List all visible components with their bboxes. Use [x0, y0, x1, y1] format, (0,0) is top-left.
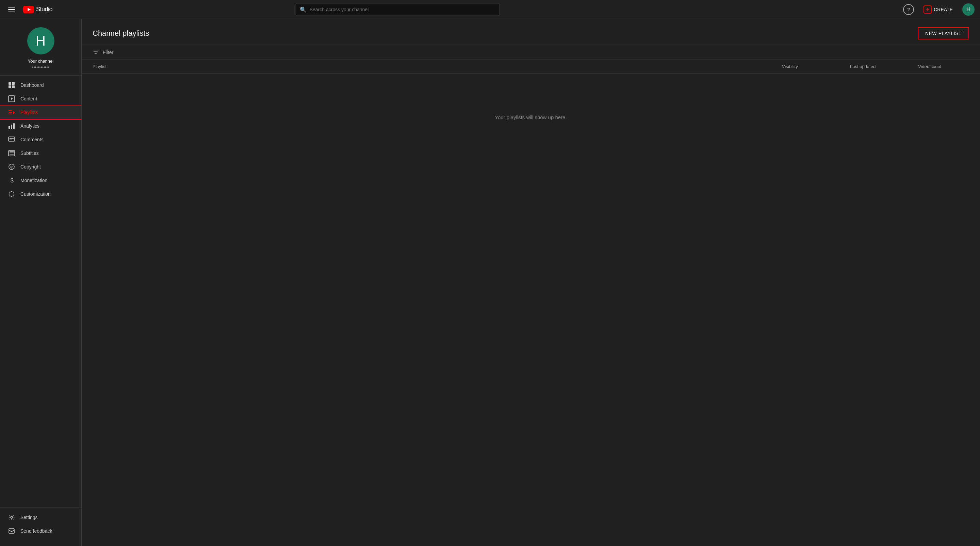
new-playlist-button[interactable]: NEW PLAYLIST [918, 27, 969, 40]
settings-icon [8, 514, 15, 521]
filter-icon [92, 49, 99, 56]
svg-rect-8 [8, 110, 12, 111]
svg-marker-7 [11, 97, 13, 100]
filter-bar: Filter [82, 45, 980, 60]
playlists-label: Playlists [21, 110, 38, 115]
empty-state: Your playlists will show up here. [82, 73, 980, 161]
subtitles-label: Subtitles [21, 150, 39, 156]
table-header: Playlist Visibility Last updated Video c… [82, 60, 980, 73]
page-title: Channel playlists [92, 29, 149, 38]
dashboard-icon [8, 82, 15, 89]
subtitles-icon [8, 150, 15, 157]
svg-rect-5 [12, 86, 14, 88]
channel-label: Your channel [28, 59, 53, 64]
send-feedback-label: Send feedback [21, 528, 52, 534]
sidebar-item-monetization[interactable]: $ Monetization [0, 174, 81, 187]
search-icon: 🔍 [300, 6, 307, 13]
sidebar-item-subtitles[interactable]: Subtitles [0, 146, 81, 160]
create-label: CREATE [934, 7, 953, 12]
channel-name: •••••••••••• [32, 65, 49, 70]
header-left: Studio [5, 4, 94, 15]
settings-label: Settings [21, 515, 38, 520]
copyright-label: Copyright [21, 164, 41, 170]
sidebar-item-playlists[interactable]: Playlists [0, 105, 81, 119]
copyright-icon: © [8, 163, 15, 170]
sidebar-item-comments[interactable]: Comments [0, 133, 81, 146]
dashboard-label: Dashboard [21, 83, 44, 88]
svg-text:©: © [10, 165, 13, 169]
svg-text:$: $ [11, 178, 14, 183]
customization-label: Customization [21, 191, 51, 197]
svg-rect-10 [8, 114, 12, 115]
create-icon [924, 5, 932, 14]
search-bar: 🔍 [296, 4, 500, 15]
svg-rect-14 [13, 123, 14, 129]
sidebar-item-analytics[interactable]: Analytics [0, 119, 81, 133]
main-layout: H Your channel •••••••••••• Dashboard Co… [0, 19, 980, 546]
studio-logo[interactable]: Studio [23, 6, 52, 13]
search-input[interactable] [296, 4, 500, 15]
playlists-icon [8, 109, 15, 116]
sidebar-item-copyright[interactable]: © Copyright [0, 160, 81, 174]
sidebar-item-dashboard[interactable]: Dashboard [0, 78, 81, 92]
svg-rect-9 [8, 112, 12, 113]
content-label: Content [21, 96, 37, 102]
sidebar-item-content[interactable]: Content [0, 92, 81, 105]
col-video-count: Video count [918, 64, 969, 69]
header-right: ? CREATE H [903, 3, 975, 16]
comments-label: Comments [21, 137, 43, 142]
channel-section: H Your channel •••••••••••• [0, 19, 81, 76]
filter-label: Filter [103, 50, 113, 55]
svg-marker-11 [13, 111, 15, 115]
channel-avatar[interactable]: H [27, 27, 54, 54]
comments-icon [8, 136, 15, 143]
nav-list: Dashboard Content Playlists [0, 76, 81, 508]
monetization-label: Monetization [21, 178, 47, 183]
studio-label: Studio [36, 6, 52, 13]
avatar[interactable]: H [962, 3, 975, 16]
sidebar-item-customization[interactable]: Customization [0, 187, 81, 201]
svg-rect-26 [9, 528, 14, 533]
page-header: Channel playlists NEW PLAYLIST [82, 19, 980, 45]
customization-icon [8, 191, 15, 197]
svg-rect-4 [8, 86, 11, 88]
main-content: Channel playlists NEW PLAYLIST Filter Pl… [82, 19, 980, 546]
youtube-icon [23, 6, 34, 13]
monetization-icon: $ [8, 177, 15, 184]
svg-rect-3 [12, 82, 14, 85]
empty-message: Your playlists will show up here. [495, 115, 566, 120]
svg-rect-12 [8, 126, 10, 129]
create-button[interactable]: CREATE [920, 3, 957, 16]
sidebar-item-send-feedback[interactable]: Send feedback [0, 524, 81, 538]
col-last-updated: Last updated [850, 64, 918, 69]
svg-rect-13 [11, 124, 12, 129]
help-button[interactable]: ? [903, 4, 914, 15]
analytics-icon [8, 123, 15, 129]
content-icon [8, 95, 15, 102]
send-feedback-icon [8, 528, 15, 535]
col-playlist: Playlist [92, 64, 782, 69]
sidebar-item-settings[interactable]: Settings [0, 511, 81, 524]
hamburger-menu[interactable] [5, 4, 18, 15]
analytics-label: Analytics [21, 123, 40, 129]
sidebar-bottom: Settings Send feedback [0, 508, 81, 541]
svg-rect-2 [8, 82, 11, 85]
svg-point-25 [11, 516, 13, 519]
svg-rect-15 [8, 137, 14, 141]
col-visibility: Visibility [782, 64, 850, 69]
sidebar: H Your channel •••••••••••• Dashboard Co… [0, 19, 82, 546]
top-header: Studio 🔍 ? CREATE H [0, 0, 980, 19]
